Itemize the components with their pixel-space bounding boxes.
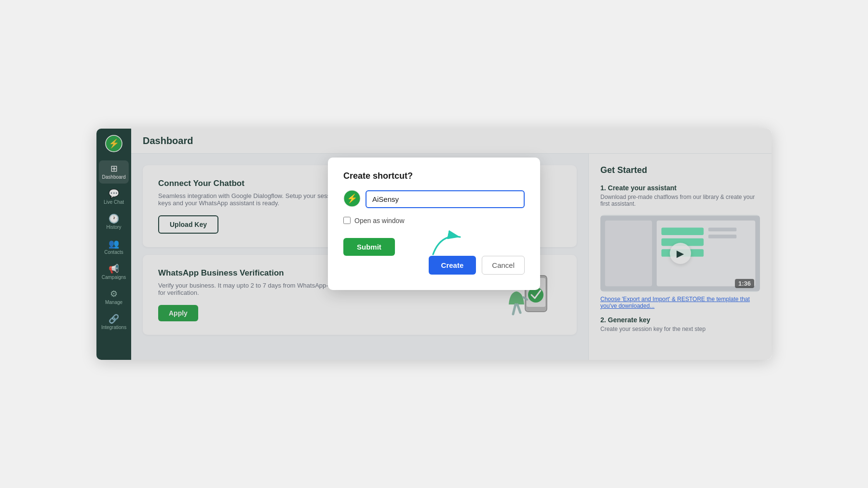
modal-app-logo: ⚡ (343, 190, 361, 209)
modal-overlay[interactable]: Create shortcut? ⚡ Open as window Submit (96, 129, 772, 360)
shortcut-name-input[interactable] (366, 190, 525, 208)
open-as-window-label: Open as window (354, 217, 405, 224)
modal-checkbox-row: Open as window (343, 217, 525, 224)
create-shortcut-modal: Create shortcut? ⚡ Open as window Submit (328, 158, 540, 290)
open-as-window-checkbox[interactable] (343, 217, 351, 224)
create-button[interactable]: Create (429, 256, 476, 275)
modal-title: Create shortcut? (343, 171, 525, 181)
modal-btn-row: Create Cancel (343, 256, 525, 275)
cancel-button[interactable]: Cancel (482, 256, 525, 275)
modal-logo-row: ⚡ (343, 190, 525, 209)
submit-button[interactable]: Submit (343, 238, 395, 256)
svg-text:⚡: ⚡ (347, 193, 358, 204)
submit-area: Submit (343, 234, 525, 256)
